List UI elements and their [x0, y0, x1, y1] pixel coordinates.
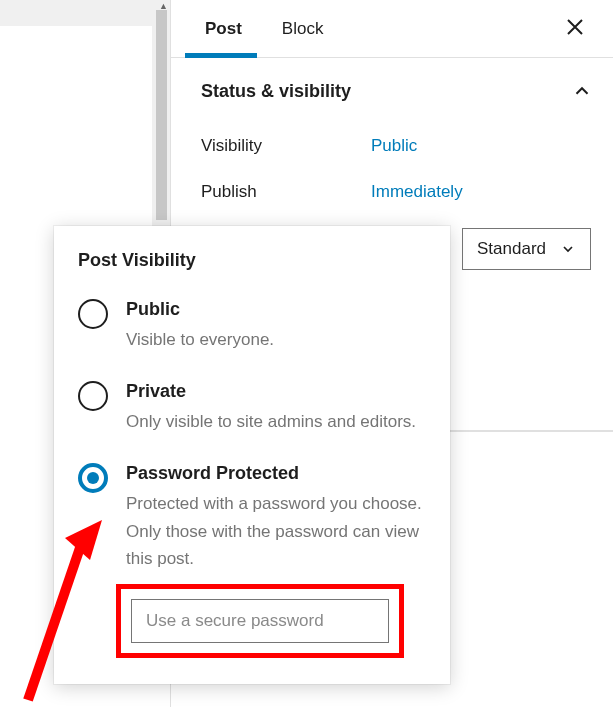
panel-header[interactable]: Status & visibility: [201, 80, 593, 102]
panel-title: Status & visibility: [201, 81, 351, 102]
radio-option-private[interactable]: Private Only visible to site admins and …: [78, 381, 426, 435]
radio-private-label: Private: [126, 381, 426, 402]
visibility-row: Visibility Public: [201, 136, 593, 156]
password-input[interactable]: [131, 599, 389, 643]
publish-label: Publish: [201, 182, 371, 202]
publish-row: Publish Immediately: [201, 182, 593, 202]
post-format-select[interactable]: Standard: [462, 228, 591, 270]
radio-option-password[interactable]: Password Protected Protected with a pass…: [78, 463, 426, 572]
radio-password[interactable]: [78, 463, 108, 493]
radio-option-public[interactable]: Public Visible to everyone.: [78, 299, 426, 353]
radio-private-text: Private Only visible to site admins and …: [126, 381, 426, 435]
close-icon: [565, 17, 585, 37]
active-tab-indicator: [185, 53, 257, 58]
visibility-value-button[interactable]: Public: [371, 136, 417, 156]
publish-value-button[interactable]: Immediately: [371, 182, 463, 202]
chevron-down-icon: [560, 241, 576, 257]
tab-post[interactable]: Post: [185, 1, 262, 57]
radio-public-text: Public Visible to everyone.: [126, 299, 426, 353]
radio-public[interactable]: [78, 299, 108, 329]
password-highlight-annotation: [116, 584, 404, 658]
scrollbar-up-arrow[interactable]: ▲: [159, 1, 168, 11]
post-visibility-popover: Post Visibility Public Visible to everyo…: [54, 226, 450, 684]
format-value: Standard: [477, 239, 546, 259]
scrollbar-thumb[interactable]: [156, 10, 167, 220]
visibility-label: Visibility: [201, 136, 371, 156]
radio-public-label: Public: [126, 299, 426, 320]
radio-password-label: Password Protected: [126, 463, 426, 484]
tab-block[interactable]: Block: [262, 1, 344, 57]
radio-password-desc: Protected with a password you choose. On…: [126, 490, 426, 572]
radio-private[interactable]: [78, 381, 108, 411]
chevron-up-icon: [571, 80, 593, 102]
sidebar-tabs: Post Block: [171, 0, 613, 58]
popover-title: Post Visibility: [78, 250, 426, 271]
radio-password-text: Password Protected Protected with a pass…: [126, 463, 426, 572]
close-sidebar-button[interactable]: [557, 11, 593, 47]
radio-private-desc: Only visible to site admins and editors.: [126, 408, 426, 435]
radio-public-desc: Visible to everyone.: [126, 326, 426, 353]
